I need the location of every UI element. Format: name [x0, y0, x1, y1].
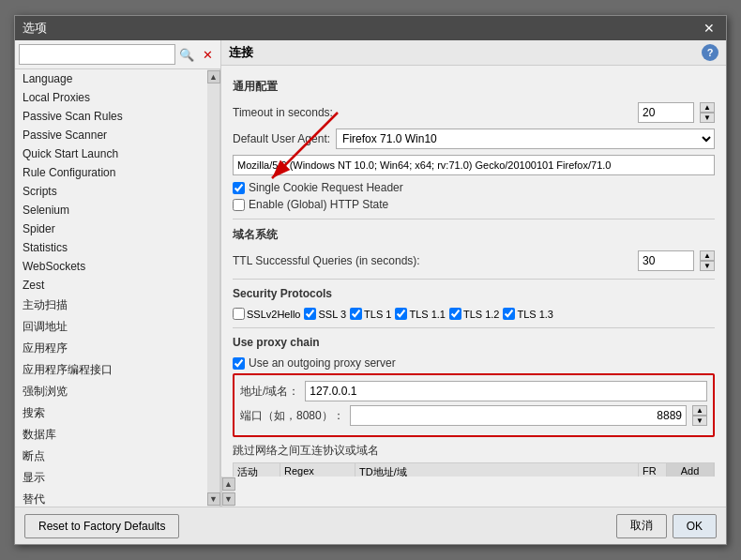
http-state-checkbox[interactable]: [233, 199, 245, 211]
proxy-port-spinner: ▲ ▼: [692, 405, 707, 426]
ttl-label: TTL Successful Queries (in seconds):: [233, 254, 420, 267]
nav-item[interactable]: Language: [15, 69, 207, 88]
timeout-label: Timeout in seconds:: [233, 106, 333, 119]
nav-item[interactable]: 应用程序编程接口: [15, 359, 207, 381]
use-outgoing-label: Use an outgoing proxy server: [249, 356, 396, 370]
reset-button[interactable]: Reset to Factory Defaults: [24, 514, 179, 538]
timeout-row: Timeout in seconds: ▲ ▼: [233, 102, 715, 123]
ok-button[interactable]: OK: [673, 514, 717, 538]
protocol-checkbox-label[interactable]: SSL 3: [304, 308, 346, 320]
right-scroll-down[interactable]: ▼: [222, 492, 235, 506]
useragent-select[interactable]: Firefox 71.0 Win10: [336, 129, 715, 149]
cancel-button[interactable]: 取消: [616, 514, 667, 538]
protocol-checkbox[interactable]: [395, 308, 407, 320]
protocol-checkbox-label[interactable]: SSLv2Hello: [233, 308, 300, 320]
clear-icon[interactable]: ✕: [198, 45, 217, 64]
right-panel: 连接 ? 通用配置 Timeout in seconds: ▲ ▼: [221, 40, 726, 477]
single-cookie-row: Single Cookie Request Header: [233, 181, 715, 194]
footer-right-buttons: 取消 OK: [616, 514, 717, 538]
divider-3: [233, 327, 715, 328]
skip-label: 跳过网络之间互连协议或域名: [233, 443, 715, 459]
nav-item[interactable]: 断点: [15, 446, 207, 467]
scroll-up-arrow[interactable]: ▲: [207, 70, 220, 83]
table-header-col[interactable]: Add: [667, 463, 714, 477]
nav-item[interactable]: 应用程序: [15, 338, 207, 359]
single-cookie-label: Single Cookie Request Header: [249, 181, 403, 194]
general-section-title: 通用配置: [233, 79, 715, 95]
nav-item[interactable]: Rule Configuration: [15, 163, 207, 182]
nav-item[interactable]: 替代: [15, 489, 207, 507]
nav-item[interactable]: 回调地址: [15, 316, 207, 338]
useragent-row: Default User Agent: Firefox 71.0 Win10: [233, 129, 715, 149]
nav-list-container: LanguageLocal ProxiesPassive Scan RulesP…: [15, 69, 207, 507]
divider-2: [233, 279, 715, 280]
useragent-string-row: Mozilla/5.0 (Windows NT 10.0; Win64; x64…: [233, 155, 715, 175]
scroll-down-arrow[interactable]: ▼: [207, 492, 220, 506]
search-input[interactable]: [19, 44, 175, 65]
protocol-checkbox-label[interactable]: TLS 1.3: [503, 308, 553, 320]
protocol-checkbox-label[interactable]: TLS 1: [350, 308, 391, 320]
timeout-input[interactable]: [638, 102, 694, 123]
proxy-address-row: 地址/域名：: [240, 381, 707, 401]
nav-item[interactable]: Zest: [15, 276, 207, 295]
dns-section-title: 域名系统: [233, 227, 715, 243]
proxy-address-label: 地址/域名：: [240, 384, 299, 400]
useragent-label: Default User Agent:: [233, 132, 330, 145]
useragent-string: Mozilla/5.0 (Windows NT 10.0; Win64; x64…: [233, 155, 715, 175]
nav-item[interactable]: Local Proxies: [15, 88, 207, 107]
right-panel-content: 通用配置 Timeout in seconds: ▲ ▼ Default Use…: [221, 66, 726, 477]
nav-item[interactable]: 数据库: [15, 424, 207, 446]
nav-item[interactable]: Statistics: [15, 238, 207, 257]
timeout-up[interactable]: ▲: [700, 102, 715, 113]
nav-item[interactable]: 强制浏览: [15, 381, 207, 402]
left-scrollbar: ▲ ▼: [207, 69, 220, 507]
nav-item[interactable]: Spider: [15, 219, 207, 238]
protocol-checkbox[interactable]: [304, 308, 316, 320]
proxy-port-label: 端口（如，8080）：: [240, 408, 344, 424]
table-header-col: Regex: [280, 463, 355, 477]
protocols-row: SSLv2Hello SSL 3 TLS 1 TLS 1.1 TLS 1.2 T…: [233, 308, 715, 320]
protocol-checkbox[interactable]: [350, 308, 362, 320]
proxy-port-down[interactable]: ▼: [692, 416, 707, 426]
nav-item[interactable]: Quick Start Launch: [15, 144, 207, 163]
nav-item[interactable]: 主动扫描: [15, 295, 207, 316]
protocol-checkbox-label[interactable]: TLS 1.2: [449, 308, 500, 320]
protocol-checkbox-label[interactable]: TLS 1.1: [395, 308, 446, 320]
protocol-checkbox[interactable]: [449, 308, 461, 320]
proxy-port-up[interactable]: ▲: [692, 405, 707, 416]
nav-item[interactable]: Selenium: [15, 201, 207, 219]
nav-item[interactable]: Passive Scanner: [15, 126, 207, 144]
proxy-port-input[interactable]: [350, 405, 687, 426]
ttl-input[interactable]: [638, 250, 694, 271]
proxy-table-header: 活动RegexTD地址/域FRAdd: [233, 462, 715, 477]
nav-area: LanguageLocal ProxiesPassive Scan RulesP…: [15, 69, 220, 507]
right-scroll-up[interactable]: ▲: [222, 477, 235, 491]
ttl-up[interactable]: ▲: [700, 250, 715, 261]
close-button[interactable]: ✕: [700, 21, 718, 36]
right-panel-title: 连接: [229, 44, 253, 61]
search-bar: 🔍 ✕: [15, 40, 220, 69]
timeout-spinner: ▲ ▼: [700, 102, 715, 123]
use-outgoing-checkbox[interactable]: [233, 357, 245, 370]
protocol-checkbox[interactable]: [503, 308, 515, 320]
dialog: 选项 ✕ 🔍 ✕ LanguageLocal ProxiesPassive Sc…: [14, 15, 727, 545]
help-icon[interactable]: ?: [702, 44, 718, 61]
proxy-port-row: 端口（如，8080）： ▲ ▼: [240, 405, 707, 426]
table-header-col: FR: [639, 463, 667, 477]
nav-item[interactable]: Passive Scan Rules: [15, 107, 207, 126]
nav-item[interactable]: WebSockets: [15, 257, 207, 276]
divider-1: [233, 219, 715, 219]
proxy-address-input[interactable]: [305, 381, 707, 401]
nav-item[interactable]: 搜索: [15, 402, 207, 424]
dialog-title: 选项: [23, 20, 47, 37]
timeout-down[interactable]: ▼: [700, 113, 715, 123]
protocol-checkbox[interactable]: [233, 308, 245, 320]
nav-item[interactable]: 显示: [15, 467, 207, 489]
search-icon[interactable]: 🔍: [177, 45, 196, 64]
nav-list: LanguageLocal ProxiesPassive Scan RulesP…: [15, 69, 207, 507]
dialog-body: 🔍 ✕ LanguageLocal ProxiesPassive Scan Ru…: [15, 40, 726, 507]
http-state-label: Enable (Global) HTTP State: [249, 198, 388, 211]
nav-item[interactable]: Scripts: [15, 182, 207, 201]
ttl-down[interactable]: ▼: [700, 261, 715, 271]
single-cookie-checkbox[interactable]: [233, 182, 245, 194]
